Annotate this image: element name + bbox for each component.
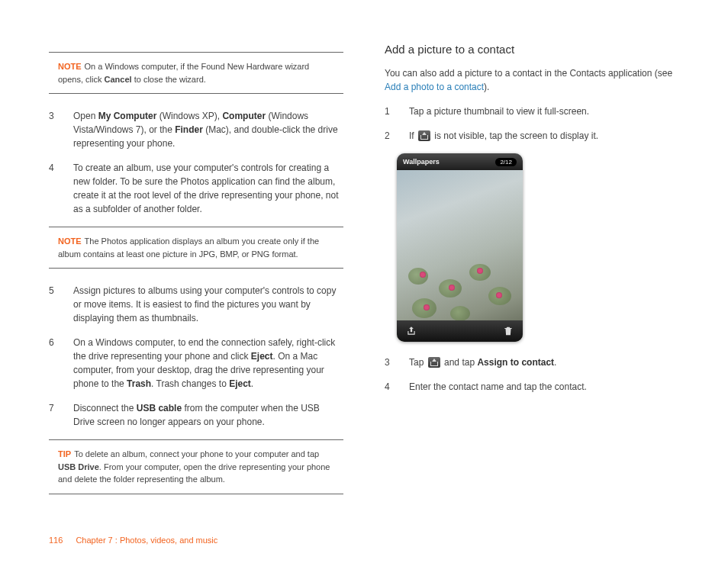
flower-decoration (496, 292, 502, 298)
step-7: 7 Disconnect the USB cable from the comp… (49, 401, 343, 429)
bold: Eject (229, 378, 251, 389)
text: and tap (442, 357, 478, 368)
trash-icon (503, 326, 514, 336)
phone-toolbar (397, 320, 523, 342)
text: . (554, 357, 556, 368)
step-3: 3 Open My Computer (Windows XP), Compute… (49, 109, 343, 150)
step-6: 6 On a Windows computer, to end the conn… (49, 336, 343, 391)
note-label: NOTE (58, 236, 82, 246)
flower-decoration (477, 268, 483, 274)
page-footer: 116 Chapter 7 : Photos, videos, and musi… (49, 536, 217, 545)
step-body: To create an album, use your computer's … (73, 161, 343, 216)
step-body: On a Windows computer, to end the connec… (73, 336, 343, 391)
text: Open (73, 111, 98, 121)
step-number: 6 (49, 336, 61, 391)
page-number: 116 (49, 536, 63, 545)
bold: Trash (127, 378, 151, 389)
flower-decoration (449, 285, 455, 291)
phone-header: Wallpapers 2/12 (397, 153, 523, 170)
left-column: NOTEOn a Windows computer, if the Found … (49, 43, 343, 510)
note-bold: Cancel (105, 75, 132, 84)
step-number: 3 (385, 355, 397, 369)
step-body: Assign pictures to albums using your com… (73, 284, 343, 325)
tip-callout: TIPTo delete an album, connect your phon… (49, 439, 343, 494)
phone-title: Wallpapers (403, 158, 440, 166)
text: If (409, 130, 417, 141)
tip-bold: USB Drive (58, 462, 99, 471)
bold: My Computer (98, 111, 157, 121)
step-4: 4 Enter the contact name and tap the con… (385, 380, 679, 394)
bold: Eject (251, 351, 273, 362)
step-4: 4 To create an album, use your computer'… (49, 161, 343, 216)
step-body: Open My Computer (Windows XP), Computer … (73, 109, 343, 150)
bold: USB cable (137, 403, 182, 413)
step-number: 3 (49, 109, 61, 150)
note-text: to close the wizard. (132, 75, 206, 84)
text: You can also add a picture to a contact … (385, 68, 672, 79)
phone-frame: Wallpapers 2/12 (397, 153, 523, 342)
step-body: Tap a picture thumbnail to view it full-… (409, 105, 679, 118)
step-3: 3 Tap and tap Assign to contact. (385, 355, 679, 369)
step-number: 4 (385, 380, 397, 394)
note-callout-1: NOTEOn a Windows computer, if the Found … (49, 52, 343, 94)
bold: Computer (222, 111, 266, 121)
step-number: 2 (385, 129, 397, 143)
text: ). (484, 82, 489, 92)
tip-label: TIP (58, 449, 71, 458)
text: . (251, 378, 253, 389)
bold: Finder (175, 124, 203, 135)
photo-count: 2/12 (495, 158, 517, 166)
note-text: The Photos application displays an album… (58, 236, 319, 259)
intro-paragraph: You can also add a picture to a contact … (385, 66, 679, 94)
bold: Assign to contact (477, 357, 554, 368)
step-body: Enter the contact name and tap the conta… (409, 380, 679, 394)
section-heading: Add a picture to a contact (385, 43, 679, 56)
note-callout-2: NOTEThe Photos application displays an a… (49, 227, 343, 269)
step-number: 7 (49, 401, 61, 429)
share-icon (406, 326, 417, 336)
step-body: If is not visible, tap the screen to dis… (409, 129, 679, 143)
lilypad-decoration (450, 306, 470, 321)
flower-decoration (420, 272, 426, 278)
right-column: Add a picture to a contact You can also … (385, 43, 679, 510)
step-number: 4 (49, 161, 61, 216)
step-2: 2 If is not visible, tap the screen to d… (385, 129, 679, 143)
phone-screenshot: Wallpapers 2/12 (397, 153, 679, 342)
text: (Windows XP), (156, 111, 222, 121)
page-content: NOTEOn a Windows computer, if the Found … (0, 0, 728, 510)
step-1: 1 Tap a picture thumbnail to view it ful… (385, 105, 679, 118)
text: is not visible, tap the screen to displa… (432, 130, 598, 141)
text: Tap (409, 357, 427, 368)
text: Disconnect the (73, 403, 137, 413)
step-body: Tap and tap Assign to contact. (409, 355, 679, 369)
share-icon (428, 357, 440, 368)
tip-text: To delete an album, connect your phone t… (74, 449, 319, 458)
link-add-photo[interactable]: Add a photo to a contact (385, 82, 484, 92)
step-number: 5 (49, 284, 61, 325)
step-body: Disconnect the USB cable from the comput… (73, 401, 343, 429)
note-label: NOTE (58, 62, 82, 71)
step-5: 5 Assign pictures to albums using your c… (49, 284, 343, 325)
flower-decoration (424, 304, 430, 310)
chapter-label: Chapter 7 : Photos, videos, and music (76, 536, 217, 545)
share-icon (418, 130, 430, 141)
step-number: 1 (385, 105, 397, 118)
text: . Trash changes to (151, 378, 229, 389)
tip-text: . From your computer, open the drive rep… (58, 462, 330, 484)
